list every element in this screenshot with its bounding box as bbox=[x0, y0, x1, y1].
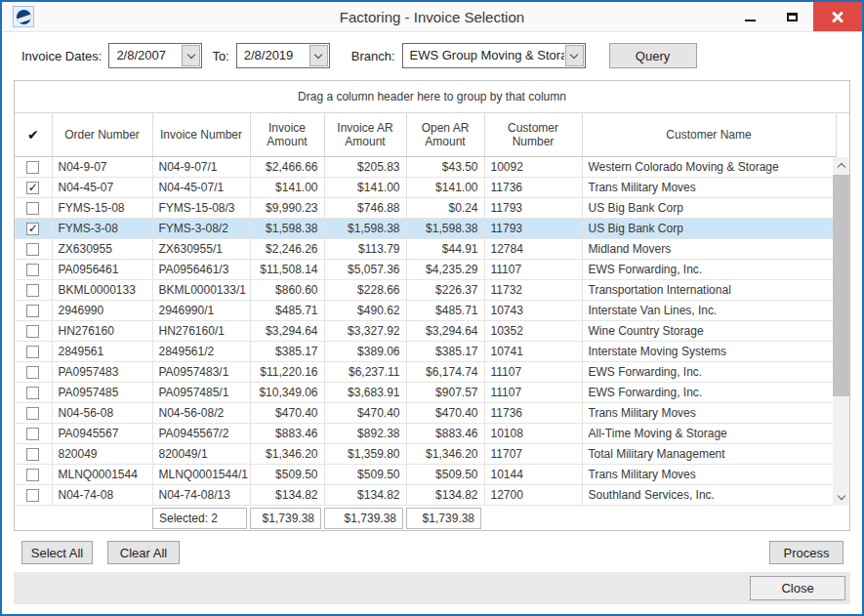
row-checkbox-cell bbox=[15, 259, 52, 279]
cell-invoice-amount: $3,294.64 bbox=[250, 320, 324, 341]
row-checkbox[interactable] bbox=[26, 489, 39, 502]
table-row[interactable]: 29469902946990/1$485.71$490.62$485.71107… bbox=[15, 300, 836, 320]
table-row[interactable]: ZX630955ZX630955/1$2,246.26$113.79$44.91… bbox=[15, 238, 836, 259]
process-button[interactable]: Process bbox=[769, 541, 843, 564]
total-open-ar-amount: $1,739.38 bbox=[406, 508, 481, 529]
cell-order-number: 2849561 bbox=[52, 341, 152, 361]
table-row[interactable]: PA0945567PA0945567/2$883.46$892.38$883.4… bbox=[15, 423, 836, 443]
cell-open-ar-amount: $907.57 bbox=[406, 382, 484, 402]
cell-customer-number: 11732 bbox=[484, 279, 582, 300]
column-header-invoice-amount[interactable]: Invoice Amount bbox=[250, 113, 324, 156]
row-checkbox[interactable] bbox=[26, 161, 39, 174]
table-row[interactable]: N04-74-08N04-74-08/13$134.82$134.82$134.… bbox=[15, 484, 836, 505]
cell-open-ar-amount: $141.00 bbox=[406, 177, 484, 197]
clear-all-button[interactable]: Clear All bbox=[107, 541, 180, 564]
cell-invoice-amount: $134.82 bbox=[250, 484, 324, 505]
row-checkbox-checked[interactable]: ✓ bbox=[26, 182, 39, 194]
row-checkbox-cell bbox=[15, 156, 52, 177]
cell-invoice-amount: $1,346.20 bbox=[250, 443, 324, 464]
cell-customer-number: 11793 bbox=[484, 197, 582, 218]
cell-invoice-amount: $11,508.14 bbox=[250, 259, 324, 279]
branch-dropdown-button[interactable] bbox=[565, 45, 584, 66]
row-checkbox[interactable] bbox=[26, 243, 39, 256]
row-checkbox-cell bbox=[15, 484, 52, 505]
cell-invoice-amount: $11,220.16 bbox=[250, 361, 324, 382]
cell-invoice-ar-amount: $509.50 bbox=[324, 464, 406, 484]
bottom-bar: Close bbox=[14, 572, 850, 604]
row-checkbox-cell bbox=[15, 402, 52, 423]
cell-open-ar-amount: $1,346.20 bbox=[406, 443, 484, 464]
cell-invoice-ar-amount: $134.82 bbox=[324, 484, 406, 505]
chevron-down-icon bbox=[570, 50, 578, 58]
group-by-hint[interactable]: Drag a column header here to group by th… bbox=[15, 81, 849, 113]
column-header-invoice-ar-amount[interactable]: Invoice AR Amount bbox=[324, 113, 406, 156]
maximize-button[interactable] bbox=[771, 2, 813, 31]
cell-invoice-number: BKML0000133/1 bbox=[152, 279, 250, 300]
row-checkbox-cell bbox=[15, 300, 52, 320]
row-checkbox[interactable] bbox=[26, 448, 39, 461]
column-header-invoice-number[interactable]: Invoice Number bbox=[152, 113, 250, 156]
minimize-button[interactable] bbox=[729, 2, 771, 31]
row-checkbox[interactable] bbox=[26, 366, 39, 379]
row-checkbox[interactable] bbox=[26, 407, 39, 420]
cell-customer-name: EWS Forwarding, Inc. bbox=[582, 361, 836, 382]
table-row[interactable]: HN276160HN276160/1$3,294.64$3,327.92$3,2… bbox=[15, 320, 836, 341]
close-window-button[interactable] bbox=[813, 2, 862, 31]
row-checkbox[interactable] bbox=[26, 305, 39, 317]
row-checkbox-cell bbox=[15, 320, 52, 341]
table-row[interactable]: PA0957485PA0957485/1$10,349.06$3,683.91$… bbox=[15, 382, 836, 402]
scroll-down-button[interactable] bbox=[833, 489, 849, 506]
table-row[interactable]: PA0957483PA0957483/1$11,220.16$6,237.11$… bbox=[15, 361, 836, 382]
row-checkbox[interactable] bbox=[26, 284, 39, 297]
table-row[interactable]: FYMS-15-08FYMS-15-08/3$9,990.23$746.88$0… bbox=[15, 197, 836, 218]
row-checkbox[interactable] bbox=[26, 325, 39, 338]
row-checkbox[interactable] bbox=[26, 387, 39, 399]
cell-customer-name: EWS Forwarding, Inc. bbox=[582, 259, 836, 279]
close-button[interactable]: Close bbox=[750, 576, 845, 600]
column-header-open-ar-amount[interactable]: Open AR Amount bbox=[406, 113, 484, 156]
table-row[interactable]: N04-56-08N04-56-08/2$470.40$470.40$470.4… bbox=[15, 402, 836, 423]
cell-order-number: FYMS-3-08 bbox=[52, 218, 152, 238]
caption-buttons bbox=[729, 2, 862, 31]
row-checkbox-checked[interactable]: ✓ bbox=[26, 223, 39, 235]
vertical-scrollbar[interactable] bbox=[833, 157, 849, 506]
scroll-up-button[interactable] bbox=[833, 157, 849, 174]
cell-customer-number: 10743 bbox=[484, 300, 582, 320]
table-row[interactable]: 28495612849561/2$385.17$389.06$385.17107… bbox=[15, 341, 836, 361]
select-all-button[interactable]: Select All bbox=[21, 541, 93, 564]
cell-invoice-ar-amount: $746.88 bbox=[324, 197, 406, 218]
table-row[interactable]: MLNQ0001544MLNQ0001544/1$509.50$509.50$5… bbox=[15, 464, 836, 484]
column-header-customer-number[interactable]: Customer Number bbox=[484, 113, 582, 156]
table-row[interactable]: BKML0000133BKML0000133/1$860.60$228.66$2… bbox=[15, 279, 836, 300]
table-row[interactable]: ✓FYMS-3-08FYMS-3-08/2$1,598.38$1,598.38$… bbox=[15, 218, 836, 238]
cell-invoice-ar-amount: $490.62 bbox=[324, 300, 406, 320]
row-checkbox[interactable] bbox=[26, 202, 39, 215]
cell-customer-name: Southland Services, Inc. bbox=[582, 484, 836, 505]
row-checkbox[interactable] bbox=[26, 428, 39, 440]
column-header-order-number[interactable]: Order Number bbox=[52, 113, 152, 156]
scrollbar-thumb[interactable] bbox=[833, 175, 849, 396]
date-from-picker[interactable]: 2/8/2007 bbox=[108, 43, 202, 68]
row-checkbox[interactable] bbox=[26, 469, 39, 481]
column-header-customer-name[interactable]: Customer Name bbox=[582, 113, 836, 156]
table-row[interactable]: ✓N04-45-07N04-45-07/1$141.00$141.00$141.… bbox=[15, 177, 836, 197]
row-checkbox-cell bbox=[15, 238, 52, 259]
row-checkbox[interactable] bbox=[26, 264, 39, 276]
cell-invoice-number: 2849561/2 bbox=[152, 341, 250, 361]
date-from-dropdown-button[interactable] bbox=[182, 45, 200, 66]
table-row[interactable]: PA0956461PA0956461/3$11,508.14$5,057.36$… bbox=[15, 259, 836, 279]
table-row[interactable]: 820049820049/1$1,346.20$1,359.80$1,346.2… bbox=[15, 443, 836, 464]
row-checkbox[interactable] bbox=[26, 346, 39, 358]
date-to-picker[interactable]: 2/8/2019 bbox=[236, 43, 330, 68]
table-row[interactable]: N04-9-07N04-9-07/1$2,466.66$205.83$43.50… bbox=[15, 156, 836, 177]
row-checkbox-cell bbox=[15, 361, 52, 382]
invoice-grid: Drag a column header here to group by th… bbox=[14, 80, 850, 531]
date-to-dropdown-button[interactable] bbox=[309, 45, 328, 66]
cell-invoice-amount: $883.46 bbox=[250, 423, 324, 443]
query-button[interactable]: Query bbox=[609, 43, 697, 68]
app-icon bbox=[13, 6, 34, 27]
cell-invoice-number: PA0957485/1 bbox=[152, 382, 250, 402]
branch-select[interactable]: EWS Group Moving & Storage... bbox=[402, 43, 586, 68]
globe-logo-icon bbox=[17, 10, 31, 24]
column-header-check[interactable]: ✔ bbox=[15, 113, 52, 156]
